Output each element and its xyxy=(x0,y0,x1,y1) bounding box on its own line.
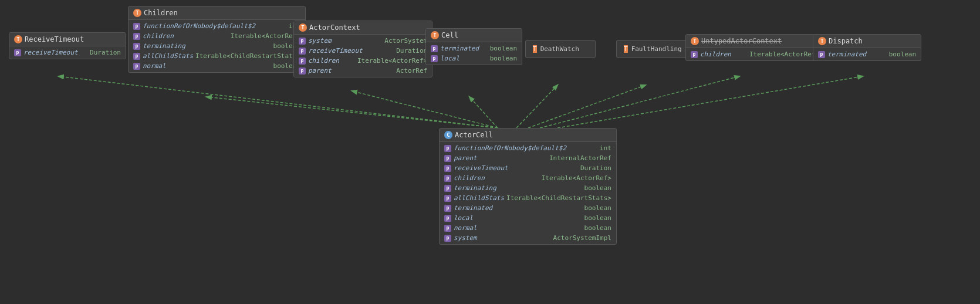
field-badge-p: p xyxy=(133,63,140,70)
field-row: p receiveTimeout Duration xyxy=(440,163,616,173)
card-untyped-actor-context: T UntypedActorContext p children Iterabl… xyxy=(685,34,824,61)
card-title-dispatch: Dispatch xyxy=(829,37,863,45)
field-name: receiveTimeout xyxy=(454,164,508,172)
field-name: functionRefOrNobody$default$2 xyxy=(143,22,255,30)
field-type: Duration xyxy=(511,164,611,172)
field-name: local xyxy=(454,214,501,222)
field-name: children xyxy=(143,32,190,40)
card-fault-handling: T FaultHandling xyxy=(616,40,690,58)
card-title-actor-cell: ActorCell xyxy=(455,131,493,139)
card-header-children: T Children xyxy=(129,6,305,20)
field-name: terminated xyxy=(454,204,501,212)
field-type: boolean xyxy=(503,184,611,192)
field-badge-p: p xyxy=(431,45,438,52)
field-type: boolean xyxy=(503,214,611,222)
card-title-cell: Cell xyxy=(441,31,458,39)
card-body-actor-cell: p functionRefOrNobody$default$2 int p pa… xyxy=(440,142,616,244)
field-row: p allChildStats Iterable<ChildRestartSta… xyxy=(440,193,616,203)
field-type: ActorSystemImpl xyxy=(503,234,611,242)
field-row: p terminating boolean xyxy=(129,41,305,51)
field-badge-p: p xyxy=(444,185,451,192)
card-body-dispatch: p terminated boolean xyxy=(813,48,921,60)
type-badge-fault-handling: T xyxy=(624,45,628,53)
card-title-children: Children xyxy=(144,9,178,17)
card-header-actor-cell: C ActorCell xyxy=(440,129,616,142)
field-row: p functionRefOrNobody$default$2 int xyxy=(129,21,305,31)
card-body-receive-timeout: p receiveTimeout Duration xyxy=(9,46,126,59)
card-dispatch: T Dispatch p terminated boolean xyxy=(813,34,921,61)
field-name: system xyxy=(308,37,355,45)
field-badge-p: p xyxy=(444,145,451,152)
field-row: p terminated boolean xyxy=(813,49,921,59)
card-header-actor-context: T ActorContext xyxy=(294,21,432,35)
card-simple-death-watch: T DeathWatch xyxy=(526,40,595,58)
field-badge-p: p xyxy=(444,165,451,172)
card-header-cell: T Cell xyxy=(426,29,522,42)
field-type: Iterable<ChildRestartStats> xyxy=(195,52,300,60)
field-badge-p: p xyxy=(444,215,451,222)
field-row: p receiveTimeout Duration xyxy=(9,48,126,58)
card-actor-cell: C ActorCell p functionRefOrNobody$defaul… xyxy=(439,128,617,245)
field-row: p terminated boolean xyxy=(426,43,522,53)
svg-line-1 xyxy=(352,91,498,128)
field-row: p terminated boolean xyxy=(440,203,616,213)
field-row: p local boolean xyxy=(426,53,522,63)
field-badge-p: p xyxy=(444,175,451,182)
card-header-dispatch: T Dispatch xyxy=(813,35,921,48)
diagram-container: T ReceiveTimeout p receiveTimeout Durati… xyxy=(0,0,980,304)
field-badge-p: p xyxy=(691,51,698,58)
type-badge-receive-timeout: T xyxy=(14,35,22,43)
field-name: terminated xyxy=(440,45,487,52)
field-name: terminated xyxy=(827,50,874,58)
card-header-untyped: T UntypedActorContext xyxy=(686,35,824,48)
field-name: terminating xyxy=(143,42,190,50)
field-badge-p: p xyxy=(299,48,306,55)
type-badge-untyped: T xyxy=(691,37,699,45)
field-name: children xyxy=(308,57,355,65)
field-row: p allChildStats Iterable<ChildRestartSta… xyxy=(129,51,305,61)
svg-line-7 xyxy=(557,76,863,128)
field-type: Iterable<ActorRef> xyxy=(503,174,611,182)
field-row: p children Iterable<ActorRef> xyxy=(440,173,616,183)
type-badge-actor-context: T xyxy=(299,23,307,32)
field-type: boolean xyxy=(489,55,517,62)
svg-line-2 xyxy=(59,76,498,128)
field-row: p system ActorSystem xyxy=(294,36,432,46)
field-type: boolean xyxy=(503,224,611,232)
field-name: children xyxy=(700,50,747,58)
card-actor-context: T ActorContext p system ActorSystem p re… xyxy=(293,21,432,77)
field-name: parent xyxy=(454,154,501,162)
card-cell: T Cell p terminated boolean p local bool… xyxy=(425,28,522,65)
field-badge-p: p xyxy=(133,53,140,60)
field-name: normal xyxy=(143,62,190,70)
field-badge-p: p xyxy=(444,235,451,242)
field-row: p parent ActorRef xyxy=(294,66,432,76)
field-type: int xyxy=(569,144,611,152)
field-type: Duration xyxy=(365,47,428,55)
type-badge-cell: T xyxy=(431,31,439,39)
field-type: boolean xyxy=(489,45,517,52)
svg-line-0 xyxy=(207,97,498,128)
card-body-actor-context: p system ActorSystem p receiveTimeout Du… xyxy=(294,35,432,77)
card-simple-fault-handling: T FaultHandling xyxy=(617,40,689,58)
field-type: Iterable<ChildRestartStats> xyxy=(506,194,611,202)
card-title-receive-timeout: ReceiveTimeout xyxy=(25,35,84,43)
field-type: boolean xyxy=(192,62,300,70)
field-badge-p: p xyxy=(133,33,140,40)
card-body-children: p functionRefOrNobody$default$2 int p ch… xyxy=(129,20,305,72)
field-type: boolean xyxy=(503,204,611,212)
field-name: normal xyxy=(454,224,501,232)
field-row: p children Iterable<ActorRef> xyxy=(129,31,305,41)
card-children: T Children p functionRefOrNobody$default… xyxy=(128,6,306,73)
type-badge-actor-cell: C xyxy=(444,131,452,139)
field-badge-p: p xyxy=(14,49,21,56)
card-header-receive-timeout: T ReceiveTimeout xyxy=(9,33,126,46)
field-name: receiveTimeout xyxy=(308,47,363,55)
svg-line-6 xyxy=(540,76,739,128)
field-type: Duration xyxy=(80,49,121,56)
field-name: receiveTimeout xyxy=(23,49,78,56)
field-row: p local boolean xyxy=(440,213,616,223)
card-title-fault-handling: FaultHandling xyxy=(631,45,682,53)
field-badge-p: p xyxy=(818,51,825,58)
svg-line-4 xyxy=(516,85,557,128)
